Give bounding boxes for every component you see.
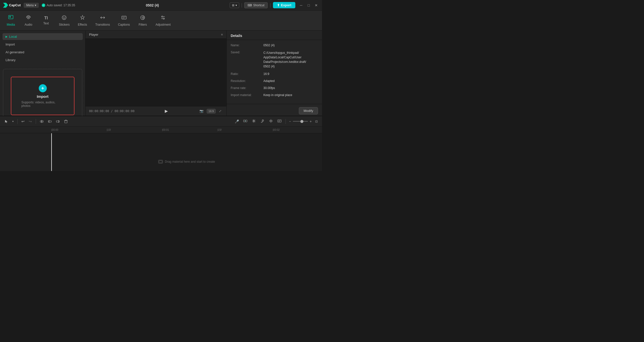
svg-rect-17 — [40, 121, 42, 122]
autosave-text: Auto saved: 17:35:35 — [47, 4, 75, 7]
detail-resolution-value: Adapted — [263, 79, 318, 83]
nav-local[interactable]: ▶ Local — [3, 33, 83, 40]
details-title: Details — [227, 31, 322, 40]
timeline-ruler: |00:00 |15f |00:01 |15f |00:02 |15f — [0, 127, 322, 133]
microphone-button[interactable]: 🎤 — [233, 119, 240, 124]
export-button[interactable]: ⬆ Export — [273, 2, 295, 8]
shortcut-button[interactable]: ⌨ Shortcut — [244, 2, 268, 8]
player-time-total: 00:00:00:00 — [114, 109, 134, 113]
detail-import-material: Import material: Keep in original place — [231, 93, 318, 97]
player-time-current: 00:00:00:00 — [89, 109, 109, 113]
timeline-track-labels — [0, 133, 51, 171]
select-tool-button[interactable] — [3, 119, 10, 124]
player-play-button[interactable]: ▶ — [165, 109, 168, 113]
menu-button[interactable]: Menu ▾ — [24, 3, 39, 8]
toolbar-filters[interactable]: Filters — [134, 13, 151, 28]
app-name: CapCut — [9, 3, 21, 7]
detail-name-value: 0502 (4) — [263, 44, 318, 47]
trim-left-button[interactable] — [47, 119, 53, 124]
modify-button[interactable]: Modify — [299, 107, 318, 114]
player-panel: Player ≡ 00:00:00:00 / 00:00:00:00 ▶ 📷 1… — [86, 31, 226, 116]
freeze-button[interactable] — [250, 118, 257, 125]
player-fullscreen-button[interactable]: ⤢ — [218, 109, 223, 113]
left-nav: ▶ Local Import AI generated Library — [0, 31, 85, 66]
toolbar-audio-label: Audio — [25, 23, 32, 26]
autosave-check-icon: ✓ — [42, 4, 45, 7]
nav-triangle-icon: ▶ — [6, 35, 8, 38]
player-screenshot-button[interactable]: 📷 — [198, 109, 205, 113]
delete-button[interactable] — [63, 119, 69, 124]
layout-button[interactable]: ⊞ ▾ — [230, 3, 239, 8]
toolbar-adjustment-label: Adjustment — [155, 23, 171, 26]
zoom-in-button[interactable]: ＋ — [309, 119, 312, 124]
effects-icon — [80, 15, 85, 22]
svg-point-13 — [162, 16, 163, 17]
zoom-thumb[interactable] — [300, 120, 303, 123]
toolbar-audio[interactable]: Audio — [20, 13, 37, 28]
import-button[interactable]: + Import Supports: videos, audios, photo… — [11, 77, 74, 115]
nav-local-label: Local — [9, 35, 17, 38]
player-time-sep: / — [111, 109, 114, 113]
tl-right: 🎤 — [233, 118, 319, 125]
minimize-button[interactable]: ─ — [298, 3, 304, 8]
detail-framerate-value: 30.00fps — [263, 86, 318, 90]
redo-button[interactable]: ↪ — [27, 118, 33, 124]
import-sublabel: Supports: videos, audios, photos — [21, 101, 64, 108]
toolbar-effects-label: Effects — [78, 23, 87, 26]
toolbar-effects[interactable]: Effects — [74, 13, 91, 28]
player-menu-icon[interactable]: ≡ — [221, 33, 223, 36]
nav-import[interactable]: Import — [3, 41, 83, 48]
divider: | — [241, 3, 243, 8]
player-timecode: 00:00:00:00 / 00:00:00:00 — [89, 109, 135, 113]
trim-right-button[interactable] — [55, 119, 61, 124]
snap-button[interactable] — [242, 118, 249, 125]
nav-import-label: Import — [6, 42, 15, 46]
toolbar-text[interactable]: TI Text — [37, 14, 55, 27]
svg-rect-33 — [278, 120, 281, 122]
filters-icon — [140, 15, 145, 22]
drag-hint: Drag material here and start to create — [158, 160, 215, 163]
subtitle-button[interactable] — [276, 118, 283, 125]
fit-button[interactable]: ⊡ — [314, 119, 319, 124]
nav-ai-generated[interactable]: AI generated — [3, 49, 83, 56]
toolbar-transitions[interactable]: Transitions — [91, 13, 114, 28]
player-title: Player — [89, 33, 98, 36]
import-label: Import — [37, 94, 49, 99]
toolbar-captions[interactable]: Captions — [114, 13, 134, 28]
ruler-mark-15f-2: |15f — [217, 129, 222, 131]
toolbar-adjustment[interactable]: Adjustment — [151, 13, 175, 28]
detail-ratio: Ratio: 16:9 — [231, 72, 318, 76]
toolbar-media[interactable]: Media — [2, 13, 20, 28]
detail-saved: Saved: C:/Users/topgus_thinkpad/AppData/… — [231, 51, 318, 69]
svg-point-6 — [65, 17, 65, 17]
svg-point-4 — [62, 16, 66, 20]
zoom-bar[interactable] — [293, 121, 308, 122]
adjustment-icon — [160, 15, 166, 22]
split-button[interactable] — [38, 119, 45, 124]
detail-resolution-label: Resolution: — [231, 79, 261, 83]
text-icon: TI — [44, 16, 48, 20]
ruler-mark-0002: |00:02 — [273, 129, 280, 131]
select-dropdown-button[interactable]: ▾ — [11, 119, 15, 123]
nav-library-label: Library — [6, 58, 16, 62]
toolbar-stickers[interactable]: Stickers — [55, 13, 74, 28]
toolbar-filters-label: Filters — [139, 23, 147, 26]
main-content: ▶ Local Import AI generated Library + Im… — [0, 31, 322, 116]
svg-point-5 — [63, 17, 64, 17]
export-label: Export — [281, 3, 291, 7]
split-audio-button[interactable] — [267, 118, 274, 125]
timeline-toolbar: ▾ ↩ ↪ — [0, 116, 322, 127]
nav-library[interactable]: Library — [3, 57, 83, 63]
zoom-out-button[interactable]: － — [288, 119, 292, 124]
player-area — [86, 39, 226, 106]
maximize-button[interactable]: □ — [306, 3, 311, 8]
close-button[interactable]: ✕ — [313, 3, 319, 8]
svg-rect-26 — [244, 120, 245, 122]
detail-ratio-label: Ratio: — [231, 72, 261, 76]
toolbar-media-label: Media — [7, 23, 15, 26]
undo-button[interactable]: ↩ — [20, 118, 26, 124]
link-button[interactable] — [259, 118, 266, 125]
svg-point-3 — [28, 17, 29, 18]
timeline-track-area: Drag material here and start to create — [51, 133, 322, 171]
details-footer: Modify — [227, 104, 322, 117]
